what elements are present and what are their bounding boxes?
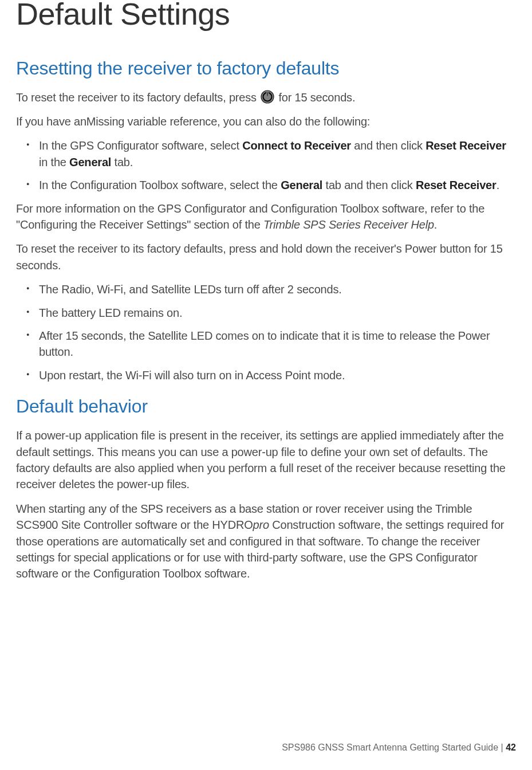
- text: in the: [39, 156, 69, 168]
- list-item: In the Configuration Toolbox software, s…: [39, 177, 516, 193]
- text-italic: pro: [253, 518, 269, 531]
- list-item: After 15 seconds, the Satellite LED come…: [39, 328, 516, 360]
- text: tab.: [111, 156, 133, 168]
- text-bold: General: [69, 156, 111, 168]
- list-item: The battery LED remains on.: [39, 305, 516, 321]
- text: .: [496, 179, 499, 191]
- page-title: Default Settings: [16, 0, 516, 30]
- paragraph-powerup-file: If a power-up application file is presen…: [16, 427, 516, 493]
- list-item: In the GPS Configurator software, select…: [39, 138, 516, 170]
- text-bold: Reset Receiver: [416, 179, 496, 191]
- heading-default-behavior: Default behavior: [16, 396, 516, 417]
- text: tab and then click: [322, 179, 416, 191]
- list-item: Upon restart, the Wi-Fi will also turn o…: [39, 367, 516, 383]
- text: for 15 seconds.: [275, 91, 355, 104]
- text: In the GPS Configurator software, select: [39, 139, 242, 152]
- text: In the Configuration Toolbox software, s…: [39, 179, 281, 191]
- paragraph-more-info: For more information on the GPS Configur…: [16, 201, 516, 233]
- text-bold: General: [281, 179, 322, 191]
- text: To reset the receiver to its factory def…: [16, 91, 259, 104]
- paragraph-reset-press: To reset the receiver to its factory def…: [16, 89, 516, 105]
- power-icon: [261, 90, 274, 104]
- text: and then click: [351, 139, 425, 152]
- page-footer: SPS986 GNSS Smart Antenna Getting Starte…: [282, 742, 516, 753]
- footer-guide-name: SPS986 GNSS Smart Antenna Getting Starte…: [282, 742, 501, 752]
- list-item: The Radio, Wi-Fi, and Satellite LEDs tur…: [39, 281, 516, 297]
- paragraph-sps-receivers: When starting any of the SPS receivers a…: [16, 501, 516, 582]
- bullet-list-software: In the GPS Configurator software, select…: [16, 138, 516, 193]
- text-bold: Reset Receiver: [425, 139, 506, 152]
- text-italic: Trimble SPS Series Receiver Help: [263, 218, 434, 231]
- svg-rect-2: [267, 92, 269, 97]
- paragraph-press-hold: To reset the receiver to its factory def…: [16, 241, 516, 273]
- bullet-list-leds: The Radio, Wi-Fi, and Satellite LEDs tur…: [16, 281, 516, 383]
- text: .: [434, 218, 437, 231]
- paragraph-missing-var: If you have anMissing variable reference…: [16, 113, 516, 129]
- text-bold: Connect to Receiver: [242, 139, 351, 152]
- footer-page-number: 42: [506, 742, 516, 752]
- heading-resetting: Resetting the receiver to factory defaul…: [16, 58, 516, 79]
- footer-separator: |: [501, 742, 506, 752]
